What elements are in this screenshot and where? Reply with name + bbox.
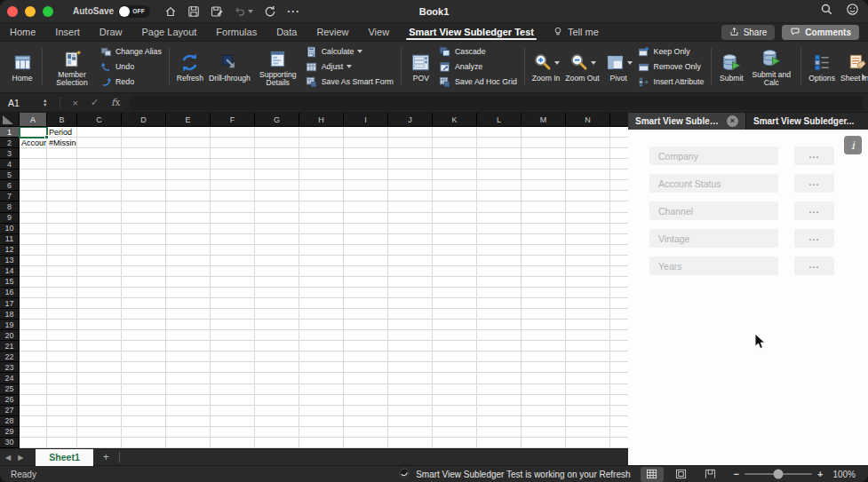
cell-l15[interactable] [477,277,522,288]
cell-d15[interactable] [122,277,166,288]
cell-k16[interactable] [433,288,477,298]
cell-i4[interactable] [344,159,388,170]
cell-e19[interactable] [166,320,211,330]
cell-i28[interactable] [344,416,388,427]
cell-a8[interactable] [20,201,47,212]
cell-f15[interactable] [211,277,255,288]
ribbon-remove-only-button[interactable]: Remove Only [638,61,705,73]
row-header-19[interactable]: 19 [0,320,20,330]
row-header-21[interactable]: 21 [0,341,20,352]
cell-j21[interactable] [388,341,433,352]
cell-d13[interactable] [122,256,166,266]
tell-me-button[interactable]: Tell me [544,26,608,39]
row-header-30[interactable]: 30 [0,438,20,448]
ribbon-tab-insert[interactable]: Insert [45,23,90,41]
cell-b20[interactable] [47,330,77,341]
ribbon-overflow-icon[interactable] [862,74,866,81]
row-header-20[interactable]: 20 [0,330,20,341]
column-header-i[interactable]: I [344,113,388,127]
info-button[interactable]: i [844,136,862,154]
cell-i26[interactable] [344,395,388,406]
row-header-8[interactable]: 8 [0,201,20,212]
dimension-more-button[interactable]: ... [794,257,834,275]
cell-n2[interactable] [566,138,610,148]
cell-h12[interactable] [299,245,344,256]
cell-l12[interactable] [477,245,522,256]
ribbon-tab-view[interactable]: View [358,23,399,41]
cell-a12[interactable] [20,245,47,256]
cell-k8[interactable] [433,201,477,212]
cell-partial[interactable] [610,288,628,298]
cell-e10[interactable] [166,224,211,234]
cell-i16[interactable] [344,288,388,298]
cell-n22[interactable] [566,352,610,362]
cell-g6[interactable] [255,180,299,191]
cell-l18[interactable] [477,309,522,320]
cell-g26[interactable] [255,395,299,406]
cell-k22[interactable] [433,352,477,362]
cell-j30[interactable] [388,438,433,448]
cell-f14[interactable] [211,266,255,277]
cell-d9[interactable] [122,213,166,224]
cell-g12[interactable] [255,245,299,256]
cell-k11[interactable] [433,234,477,245]
column-header-k[interactable]: K [433,113,477,127]
cell-h20[interactable] [299,330,344,341]
ribbon-undo-button[interactable]: Undo [100,61,162,73]
ribbon-tab-draw[interactable]: Draw [90,23,132,41]
cell-b29[interactable] [47,427,77,438]
ribbon-adjust-button[interactable]: Adjust [306,61,394,73]
cell-b8[interactable] [47,201,77,212]
cell-b24[interactable] [47,373,77,383]
cell-m25[interactable] [522,384,566,395]
cell-n3[interactable] [566,148,610,159]
cell-a26[interactable] [20,395,47,406]
cell-d30[interactable] [122,438,166,448]
cell-e5[interactable] [166,170,211,180]
cell-a16[interactable] [20,288,47,298]
cell-i1[interactable] [344,127,388,138]
cell-b21[interactable] [47,341,77,352]
cell-c8[interactable] [77,201,122,212]
cell-k10[interactable] [433,224,477,234]
cell-h2[interactable] [299,138,344,148]
cell-n28[interactable] [566,416,610,427]
cell-c7[interactable] [77,191,122,201]
cell-m23[interactable] [522,362,566,373]
cell-d7[interactable] [122,191,166,201]
cell-n30[interactable] [566,438,610,448]
confirm-entry-icon[interactable]: ✓ [84,97,105,108]
cell-g22[interactable] [255,352,299,362]
panel-close-icon[interactable]: × [727,115,738,127]
ribbon-options-button[interactable]: Options [806,49,838,83]
row-header-26[interactable]: 26 [0,395,20,406]
cell-partial[interactable] [610,256,628,266]
cell-h22[interactable] [299,352,344,362]
cell-k3[interactable] [433,148,477,159]
row-header-5[interactable]: 5 [0,170,20,180]
cancel-entry-icon[interactable]: × [66,98,84,108]
cell-f29[interactable] [211,427,255,438]
cell-k30[interactable] [433,438,477,448]
cell-k6[interactable] [433,180,477,191]
cell-l19[interactable] [477,320,522,330]
zoom-slider[interactable] [745,473,812,475]
cell-m30[interactable] [522,438,566,448]
cell-i23[interactable] [344,362,388,373]
cell-c1[interactable] [77,127,122,138]
cell-k7[interactable] [433,191,477,201]
cell-m19[interactable] [522,320,566,330]
dimension-more-button[interactable]: ... [794,146,834,165]
cell-k20[interactable] [433,330,477,341]
cell-e18[interactable] [166,309,211,320]
row-header-9[interactable]: 9 [0,213,20,224]
ribbon-cascade-button[interactable]: Cascade [439,46,517,58]
cell-n24[interactable] [566,373,610,383]
cell-n10[interactable] [566,224,610,234]
cell-f17[interactable] [211,298,255,309]
cell-partial[interactable] [610,298,628,309]
cell-b6[interactable] [47,180,77,191]
cell-a6[interactable] [20,180,47,191]
cell-j17[interactable] [388,298,433,309]
ribbon-tab-page-layout[interactable]: Page Layout [132,23,207,41]
